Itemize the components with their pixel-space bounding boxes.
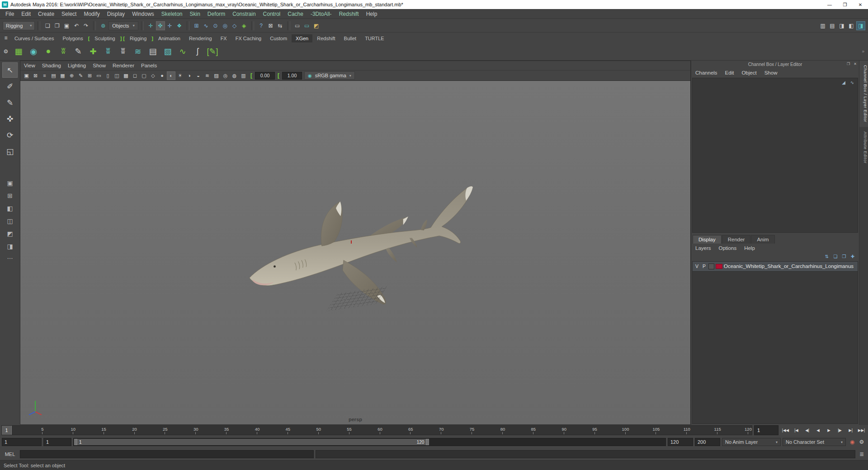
auto-keyframe-icon[interactable]: ◉ (848, 437, 857, 446)
step-back-key-button[interactable]: ◀| (802, 426, 812, 435)
image-plane-icon[interactable]: ▦ (58, 71, 67, 80)
layer-playback-toggle[interactable]: P (701, 263, 707, 269)
bookmarks-icon[interactable]: ▤ (49, 71, 58, 80)
channel-box-menu-item[interactable]: Edit (725, 70, 734, 75)
shelf-tab[interactable]: Rendering (185, 34, 216, 42)
snap-to-curves-icon[interactable]: ∿ (202, 21, 211, 30)
film-gate-icon[interactable]: ▭ (94, 71, 103, 80)
snap-to-grids-icon[interactable]: ⊞ (192, 21, 201, 30)
shelf-tab[interactable]: TURTLE (361, 34, 388, 42)
playback-start-field[interactable]: 1 (43, 438, 71, 446)
new-layer-from-selected-icon[interactable]: ❐ (840, 253, 848, 260)
xgen-export-patches-icon[interactable]: [✎] (205, 44, 220, 59)
layer-options-icon[interactable]: ✚ (849, 253, 856, 260)
paint-select-tool[interactable]: ✎ (2, 95, 18, 110)
shelf-tab[interactable]: Animation (154, 34, 184, 42)
xgen-editor-icon[interactable]: ▦ (11, 44, 26, 59)
xgen-curves-to-guides-icon[interactable]: ʃ (190, 44, 205, 59)
grease-pencil-icon[interactable]: ✎ (76, 71, 85, 80)
minimize-button[interactable]: — (822, 0, 837, 9)
layout-more-button[interactable]: ⋯ (7, 255, 13, 262)
layer-visibility-toggle[interactable]: V (694, 263, 700, 269)
shelf-tab[interactable]: Rigging (126, 34, 151, 42)
menu-item[interactable]: Windows (128, 11, 158, 17)
close-button[interactable]: ✕ (853, 0, 868, 9)
persp-outliner-layout-button[interactable]: ◧ (3, 202, 17, 214)
shelf-tab[interactable]: ] (151, 34, 154, 42)
menu-set-dropdown[interactable]: Rigging ▾ (3, 21, 35, 30)
range-slider-track[interactable]: 1 120 (73, 438, 666, 446)
shelf-tab[interactable]: Bullet (340, 34, 361, 42)
menu-item[interactable]: Create (34, 11, 58, 17)
select-by-component-icon[interactable]: ✛ (165, 21, 175, 30)
shelf-tab[interactable]: XGen (292, 34, 312, 42)
layer-display-type-box[interactable] (708, 263, 714, 269)
step-back-frame-button[interactable]: |◀ (791, 426, 802, 435)
select-by-hierarchy-icon[interactable]: ✛ (146, 21, 156, 30)
shelf-tab[interactable]: FX (217, 34, 231, 42)
exposure-field[interactable]: 0.00 (255, 72, 275, 80)
layer-list[interactable]: V P Oceanic_Whitetip_Shark_or_Carcharhin… (692, 261, 858, 424)
current-time-field[interactable]: 1 (754, 425, 778, 435)
shelf-tab[interactable]: FX Caching (231, 34, 265, 42)
script-editor-icon[interactable]: ≣ (857, 450, 866, 459)
snap-to-points-icon[interactable]: ⊙ (211, 21, 220, 30)
xgen-sculpt-guides-icon[interactable]: ✎ (71, 44, 85, 59)
layer-editor-tab[interactable]: Display (693, 235, 722, 244)
menu-item[interactable]: Deform (204, 11, 229, 17)
play-forwards-button[interactable]: ▶ (824, 426, 834, 435)
xgen-clump-modifier-icon[interactable]: ∿ (175, 44, 190, 59)
menu-item[interactable]: Edit (18, 11, 34, 17)
viewport[interactable]: persp (20, 81, 690, 424)
new-scene-icon[interactable]: ❏ (43, 21, 52, 30)
highlight-affected-icon[interactable]: ⇆ (276, 21, 285, 30)
menu-item[interactable]: Help (363, 11, 381, 17)
multisample-aa-icon[interactable]: ▨ (212, 71, 221, 80)
single-pane-layout-button[interactable]: ▣ (3, 177, 17, 189)
xgen-comb-guides-icon[interactable]: ʬ (101, 44, 115, 59)
attribute-editor-toggle-icon[interactable]: ◨ (837, 21, 846, 30)
layer-sync-icon[interactable]: ⇅ (823, 253, 830, 260)
shadows-icon[interactable]: ◑ (185, 71, 193, 80)
redo-icon[interactable]: ↷ (81, 21, 90, 30)
layer-editor-tab[interactable]: Anim (751, 235, 774, 244)
humanik-toggle-icon[interactable]: ▤ (828, 21, 837, 30)
gamma-toggle-icon[interactable]: [ (275, 72, 282, 79)
xgen-add-guides-icon[interactable]: ʬ (56, 44, 71, 59)
panel-dock-tab[interactable]: Channel Box / Layer Editor (859, 61, 868, 127)
command-line-mode-toggle[interactable]: MEL (2, 451, 18, 457)
menu-item[interactable]: Skeleton (158, 11, 186, 17)
xray-icon[interactable]: ▥ (239, 71, 248, 80)
undo-icon[interactable]: ↶ (72, 21, 81, 30)
xgen-place-guides-icon[interactable]: ✚ (86, 44, 100, 59)
animation-start-field[interactable]: 1 (2, 438, 42, 446)
channel-box-menu-item[interactable]: Show (764, 70, 778, 75)
go-to-start-button[interactable]: |◀◀ (780, 426, 791, 435)
xgen-guide-visibility-icon[interactable]: ʬ (116, 44, 130, 59)
hypershade-persp-layout-button[interactable]: ◩ (3, 228, 17, 240)
menu-item[interactable]: Control (259, 11, 284, 17)
hyperbolic-manip-icon[interactable]: ∿ (849, 79, 855, 85)
persp-uv-layout-button[interactable]: ◨ (3, 240, 17, 252)
manip-speed-icon[interactable]: ◢ (840, 79, 847, 85)
render-settings-icon[interactable]: ◩ (312, 21, 321, 30)
pop-out-panel-icon[interactable]: ❐ (845, 61, 851, 67)
lasso-tool[interactable]: ✐ (2, 79, 18, 94)
xgen-create-description-icon[interactable]: ◉ (26, 44, 41, 59)
gamma-field[interactable]: 1.00 (282, 72, 302, 80)
symmetry-icon[interactable]: ? (257, 21, 266, 30)
tool-settings-toggle-icon[interactable]: ◧ (847, 21, 856, 30)
field-chart-icon[interactable]: ▩ (122, 71, 130, 80)
panel-menu-item[interactable]: Renderer (113, 63, 134, 68)
mel-command-input[interactable] (20, 450, 314, 458)
depth-of-field-icon[interactable]: ◎ (221, 71, 230, 80)
xgen-create-collection-icon[interactable]: ● (41, 44, 56, 59)
render-current-frame-icon[interactable]: ▭ (293, 21, 302, 30)
range-start-handle[interactable] (74, 439, 77, 445)
snap-to-view-planes-icon[interactable]: ◇ (230, 21, 239, 30)
menu-item[interactable]: File (2, 11, 18, 17)
layer-color-swatch[interactable] (716, 264, 722, 269)
menu-item[interactable]: Constrain (229, 11, 259, 17)
go-to-end-button[interactable]: ▶▶| (856, 426, 867, 435)
safe-title-icon[interactable]: ▢ (140, 71, 148, 80)
